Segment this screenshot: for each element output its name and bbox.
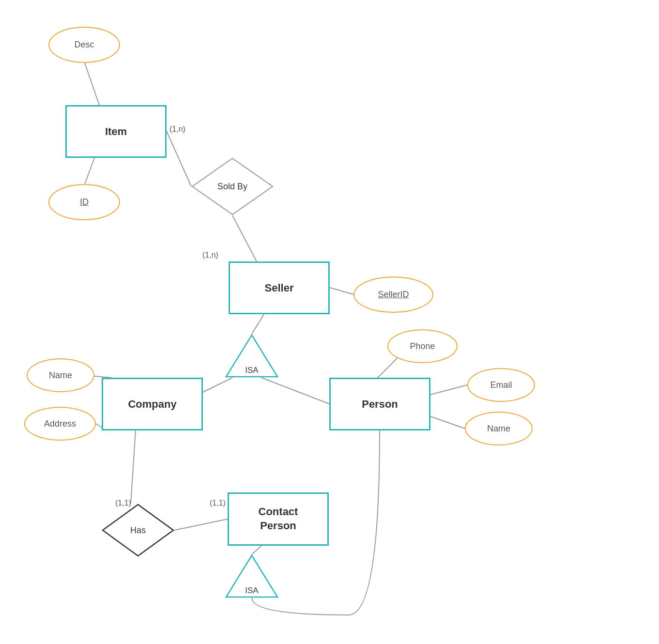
ellipse-desc-label: Desc (74, 40, 94, 50)
ellipse-id-label: ID (80, 197, 89, 207)
ellipse-desc: Desc (48, 27, 120, 63)
svg-line-2 (167, 131, 191, 186)
er-diagram: Item Seller Company Person ContactPerson… (0, 0, 659, 644)
entity-item: Item (65, 105, 167, 158)
multiplicity-11-contactperson: (1,1) (210, 499, 226, 507)
ellipse-name-company-label: Name (49, 370, 72, 381)
svg-line-0 (85, 63, 99, 105)
ellipse-name-company: Name (27, 358, 94, 392)
triangle-isa2-label: ISA (225, 586, 278, 596)
ellipse-address: Address (24, 407, 96, 441)
triangle-isa1-label: ISA (225, 366, 278, 375)
multiplicity-1n-item: (1,n) (169, 125, 185, 134)
diamond-has: Has (102, 504, 174, 557)
triangle-isa1: ISA (225, 334, 278, 378)
entity-item-label: Item (105, 125, 127, 138)
svg-line-13 (131, 430, 136, 504)
svg-line-1 (85, 158, 94, 184)
triangle-isa2: ISA (225, 554, 278, 598)
ellipse-address-label: Address (44, 419, 76, 429)
diamond-soldby-label: Sold By (217, 182, 247, 192)
entity-company-label: Company (128, 398, 176, 411)
entity-company: Company (102, 378, 203, 430)
ellipse-id: ID (48, 184, 120, 220)
multiplicity-11-company: (1,1) (115, 499, 131, 507)
diamond-soldby: Sold By (191, 157, 274, 215)
diamond-has-label: Has (130, 525, 146, 536)
multiplicity-1n-seller: (1,n) (202, 251, 218, 260)
